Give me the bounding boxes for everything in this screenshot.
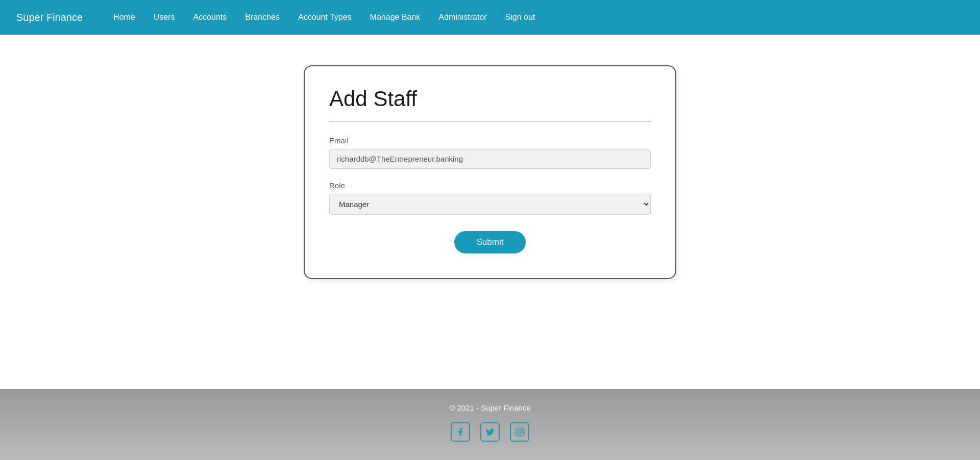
submit-wrapper: Submit bbox=[329, 231, 651, 253]
nav-administrator[interactable]: Administrator bbox=[438, 13, 486, 21]
nav-branches[interactable]: Branches bbox=[245, 13, 280, 21]
svg-rect-0 bbox=[516, 428, 524, 436]
footer-copyright: © 2021 - Super Finance bbox=[10, 403, 970, 412]
card-divider bbox=[329, 121, 651, 122]
nav-users[interactable]: Users bbox=[154, 13, 175, 21]
brand-logo: Super Finance bbox=[16, 12, 83, 23]
navbar: Super Finance Home Users Accounts Branch… bbox=[0, 0, 980, 35]
role-select[interactable]: Manager Teller Supervisor Admin bbox=[329, 194, 651, 215]
instagram-icon[interactable] bbox=[510, 422, 529, 442]
nav-sign-out[interactable]: Sign out bbox=[505, 13, 535, 21]
nav-manage-bank[interactable]: Manage Bank bbox=[370, 13, 421, 21]
nav-accounts[interactable]: Accounts bbox=[193, 13, 227, 21]
twitter-icon[interactable] bbox=[480, 422, 500, 442]
nav-links-list: Home Users Accounts Branches Account Typ… bbox=[113, 13, 535, 22]
nav-home[interactable]: Home bbox=[113, 13, 135, 21]
role-label: Role bbox=[329, 181, 651, 190]
main-content: Add Staff Email Role Manager Teller Supe… bbox=[0, 35, 980, 389]
card-title: Add Staff bbox=[329, 87, 651, 111]
svg-point-2 bbox=[521, 429, 522, 430]
email-input[interactable] bbox=[329, 149, 651, 169]
facebook-icon[interactable] bbox=[451, 422, 470, 442]
nav-account-types[interactable]: Account Types bbox=[298, 13, 352, 21]
footer: © 2021 - Super Finance bbox=[0, 389, 980, 460]
email-label: Email bbox=[329, 136, 651, 145]
submit-button[interactable]: Submit bbox=[454, 231, 526, 253]
svg-point-1 bbox=[518, 430, 521, 433]
footer-social-icons bbox=[10, 422, 970, 442]
role-group: Role Manager Teller Supervisor Admin bbox=[329, 181, 651, 215]
add-staff-card: Add Staff Email Role Manager Teller Supe… bbox=[304, 65, 676, 279]
email-group: Email bbox=[329, 136, 651, 169]
